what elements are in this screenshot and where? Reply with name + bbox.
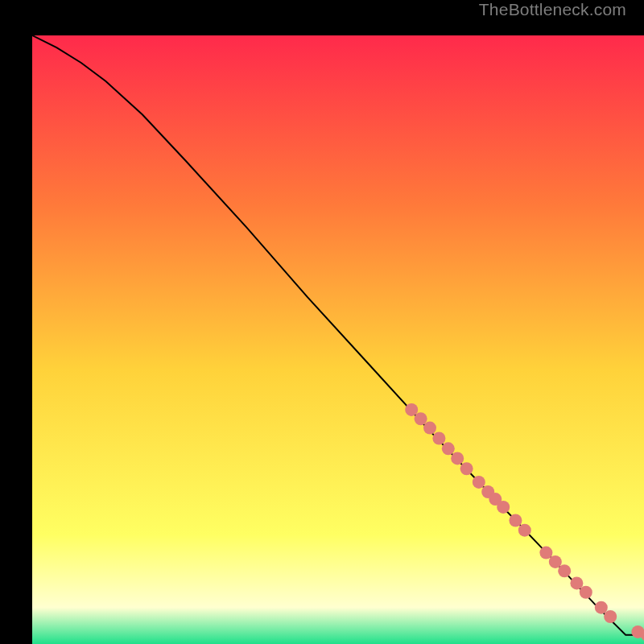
chart-frame — [16, 16, 628, 628]
data-marker — [497, 501, 510, 514]
data-marker — [473, 476, 485, 489]
data-marker — [518, 524, 531, 537]
data-marker — [423, 422, 436, 435]
data-marker — [460, 462, 473, 475]
data-marker — [405, 403, 418, 416]
data-marker — [595, 601, 608, 614]
data-marker — [570, 576, 583, 589]
data-marker — [549, 555, 562, 568]
bottleneck-chart — [32, 35, 644, 644]
data-marker — [509, 514, 522, 527]
data-marker — [442, 442, 455, 455]
data-marker — [558, 564, 571, 577]
data-marker — [580, 586, 592, 599]
data-marker — [415, 412, 427, 425]
data-marker — [432, 431, 445, 444]
data-marker — [539, 547, 552, 559]
data-marker — [451, 452, 464, 464]
data-marker — [604, 610, 617, 623]
